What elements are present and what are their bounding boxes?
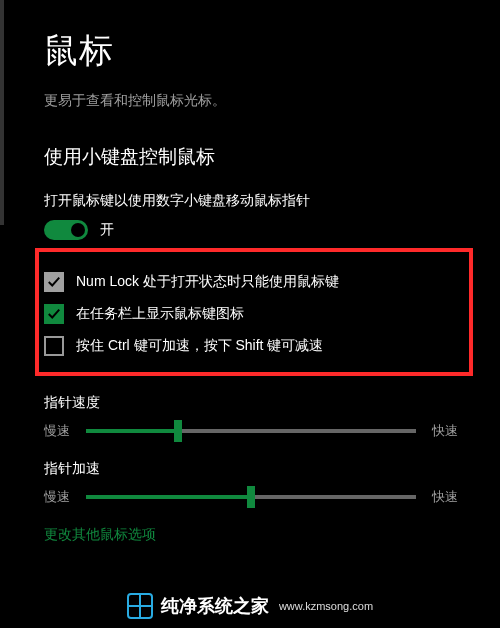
page-title: 鼠标: [44, 28, 482, 74]
toggle-label: 打开鼠标键以使用数字小键盘移动鼠标指针: [44, 192, 482, 210]
pointer-accel-slider[interactable]: [86, 495, 416, 499]
watermark-cn: 纯净系统之家: [161, 594, 269, 618]
watermark: 纯净系统之家 www.kzmsong.com: [0, 584, 500, 628]
checkbox-label: 在任务栏上显示鼠标键图标: [76, 305, 244, 323]
checkbox-group: Num Lock 处于打开状态时只能使用鼠标键在任务栏上显示鼠标键图标按住 Ct…: [44, 266, 482, 362]
settings-page: 鼠标 更易于查看和控制鼠标光标。 使用小键盘控制鼠标 打开鼠标键以使用数字小键盘…: [0, 0, 500, 544]
slider-fill: [86, 495, 251, 499]
slider-fill: [86, 429, 178, 433]
checkbox-row: Num Lock 处于打开状态时只能使用鼠标键: [44, 266, 482, 298]
checkbox-label: Num Lock 处于打开状态时只能使用鼠标键: [76, 273, 339, 291]
slider-left-label: 慢速: [44, 422, 70, 440]
mouse-keys-toggle[interactable]: [44, 220, 88, 240]
section-title: 使用小键盘控制鼠标: [44, 144, 482, 170]
slider-thumb: [247, 486, 255, 508]
toggle-knob: [71, 223, 85, 237]
slider-right-label: 快速: [432, 488, 458, 506]
checkbox[interactable]: [44, 272, 64, 292]
pointer-speed-slider[interactable]: [86, 429, 416, 433]
pointer-speed-title: 指针速度: [44, 394, 482, 412]
check-icon: [47, 307, 61, 321]
checkbox-row: 在任务栏上显示鼠标键图标: [44, 298, 482, 330]
watermark-url: www.kzmsong.com: [279, 600, 373, 612]
left-panel-stub: [0, 0, 4, 225]
checkbox-label: 按住 Ctrl 键可加速，按下 Shift 键可减速: [76, 337, 323, 355]
pointer-accel-title: 指针加速: [44, 460, 482, 478]
slider-thumb: [174, 420, 182, 442]
checkbox[interactable]: [44, 336, 64, 356]
page-description: 更易于查看和控制鼠标光标。: [44, 92, 482, 110]
watermark-logo-icon: [127, 593, 153, 619]
slider-left-label: 慢速: [44, 488, 70, 506]
checkbox-row: 按住 Ctrl 键可加速，按下 Shift 键可减速: [44, 330, 482, 362]
toggle-state-text: 开: [100, 221, 114, 239]
other-mouse-options-link[interactable]: 更改其他鼠标选项: [44, 526, 482, 544]
slider-right-label: 快速: [432, 422, 458, 440]
check-icon: [47, 275, 61, 289]
checkbox[interactable]: [44, 304, 64, 324]
